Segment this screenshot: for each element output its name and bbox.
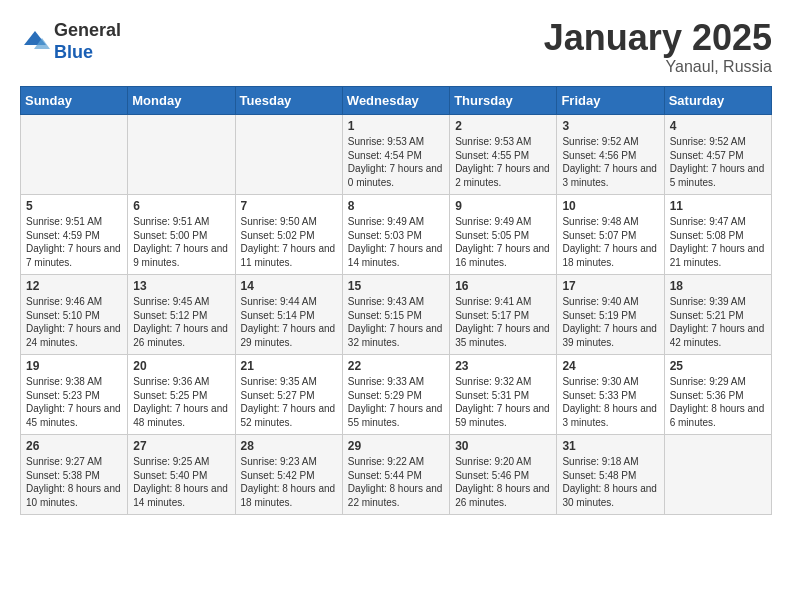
day-content: Sunrise: 9:47 AM Sunset: 5:08 PM Dayligh… bbox=[670, 215, 766, 269]
day-content: Sunrise: 9:30 AM Sunset: 5:33 PM Dayligh… bbox=[562, 375, 658, 429]
day-number: 16 bbox=[455, 279, 551, 293]
day-content: Sunrise: 9:48 AM Sunset: 5:07 PM Dayligh… bbox=[562, 215, 658, 269]
calendar-cell: 8Sunrise: 9:49 AM Sunset: 5:03 PM Daylig… bbox=[342, 195, 449, 275]
dow-header-friday: Friday bbox=[557, 87, 664, 115]
day-content: Sunrise: 9:53 AM Sunset: 4:54 PM Dayligh… bbox=[348, 135, 444, 189]
day-content: Sunrise: 9:25 AM Sunset: 5:40 PM Dayligh… bbox=[133, 455, 229, 509]
calendar-cell: 20Sunrise: 9:36 AM Sunset: 5:25 PM Dayli… bbox=[128, 355, 235, 435]
day-number: 8 bbox=[348, 199, 444, 213]
day-content: Sunrise: 9:52 AM Sunset: 4:56 PM Dayligh… bbox=[562, 135, 658, 189]
day-number: 5 bbox=[26, 199, 122, 213]
calendar-cell bbox=[235, 115, 342, 195]
calendar-cell: 21Sunrise: 9:35 AM Sunset: 5:27 PM Dayli… bbox=[235, 355, 342, 435]
calendar-cell: 26Sunrise: 9:27 AM Sunset: 5:38 PM Dayli… bbox=[21, 435, 128, 515]
day-content: Sunrise: 9:51 AM Sunset: 5:00 PM Dayligh… bbox=[133, 215, 229, 269]
day-content: Sunrise: 9:20 AM Sunset: 5:46 PM Dayligh… bbox=[455, 455, 551, 509]
calendar-cell: 19Sunrise: 9:38 AM Sunset: 5:23 PM Dayli… bbox=[21, 355, 128, 435]
day-number: 15 bbox=[348, 279, 444, 293]
day-number: 20 bbox=[133, 359, 229, 373]
calendar-cell: 3Sunrise: 9:52 AM Sunset: 4:56 PM Daylig… bbox=[557, 115, 664, 195]
dow-header-tuesday: Tuesday bbox=[235, 87, 342, 115]
calendar-cell: 10Sunrise: 9:48 AM Sunset: 5:07 PM Dayli… bbox=[557, 195, 664, 275]
calendar-cell: 24Sunrise: 9:30 AM Sunset: 5:33 PM Dayli… bbox=[557, 355, 664, 435]
day-number: 27 bbox=[133, 439, 229, 453]
calendar-cell: 14Sunrise: 9:44 AM Sunset: 5:14 PM Dayli… bbox=[235, 275, 342, 355]
day-number: 12 bbox=[26, 279, 122, 293]
day-number: 6 bbox=[133, 199, 229, 213]
calendar-cell bbox=[664, 435, 771, 515]
calendar-cell: 12Sunrise: 9:46 AM Sunset: 5:10 PM Dayli… bbox=[21, 275, 128, 355]
logo: General Blue bbox=[20, 20, 121, 63]
calendar-cell: 17Sunrise: 9:40 AM Sunset: 5:19 PM Dayli… bbox=[557, 275, 664, 355]
day-number: 24 bbox=[562, 359, 658, 373]
calendar-cell bbox=[21, 115, 128, 195]
day-number: 26 bbox=[26, 439, 122, 453]
day-number: 7 bbox=[241, 199, 337, 213]
logo-general: General bbox=[54, 20, 121, 42]
calendar-cell: 13Sunrise: 9:45 AM Sunset: 5:12 PM Dayli… bbox=[128, 275, 235, 355]
dow-header-wednesday: Wednesday bbox=[342, 87, 449, 115]
month-title: January 2025 bbox=[544, 20, 772, 56]
day-number: 2 bbox=[455, 119, 551, 133]
dow-header-thursday: Thursday bbox=[450, 87, 557, 115]
day-number: 31 bbox=[562, 439, 658, 453]
title-block: January 2025 Yanaul, Russia bbox=[544, 20, 772, 76]
calendar-cell: 9Sunrise: 9:49 AM Sunset: 5:05 PM Daylig… bbox=[450, 195, 557, 275]
calendar-cell: 18Sunrise: 9:39 AM Sunset: 5:21 PM Dayli… bbox=[664, 275, 771, 355]
day-content: Sunrise: 9:39 AM Sunset: 5:21 PM Dayligh… bbox=[670, 295, 766, 349]
dow-header-sunday: Sunday bbox=[21, 87, 128, 115]
day-content: Sunrise: 9:49 AM Sunset: 5:05 PM Dayligh… bbox=[455, 215, 551, 269]
day-content: Sunrise: 9:49 AM Sunset: 5:03 PM Dayligh… bbox=[348, 215, 444, 269]
day-content: Sunrise: 9:41 AM Sunset: 5:17 PM Dayligh… bbox=[455, 295, 551, 349]
day-content: Sunrise: 9:38 AM Sunset: 5:23 PM Dayligh… bbox=[26, 375, 122, 429]
calendar-table: SundayMondayTuesdayWednesdayThursdayFrid… bbox=[20, 86, 772, 515]
calendar-cell: 30Sunrise: 9:20 AM Sunset: 5:46 PM Dayli… bbox=[450, 435, 557, 515]
calendar-cell: 7Sunrise: 9:50 AM Sunset: 5:02 PM Daylig… bbox=[235, 195, 342, 275]
day-content: Sunrise: 9:45 AM Sunset: 5:12 PM Dayligh… bbox=[133, 295, 229, 349]
day-content: Sunrise: 9:53 AM Sunset: 4:55 PM Dayligh… bbox=[455, 135, 551, 189]
calendar-cell: 25Sunrise: 9:29 AM Sunset: 5:36 PM Dayli… bbox=[664, 355, 771, 435]
day-number: 23 bbox=[455, 359, 551, 373]
day-number: 21 bbox=[241, 359, 337, 373]
day-content: Sunrise: 9:44 AM Sunset: 5:14 PM Dayligh… bbox=[241, 295, 337, 349]
day-content: Sunrise: 9:23 AM Sunset: 5:42 PM Dayligh… bbox=[241, 455, 337, 509]
day-number: 25 bbox=[670, 359, 766, 373]
day-content: Sunrise: 9:52 AM Sunset: 4:57 PM Dayligh… bbox=[670, 135, 766, 189]
day-content: Sunrise: 9:27 AM Sunset: 5:38 PM Dayligh… bbox=[26, 455, 122, 509]
day-number: 11 bbox=[670, 199, 766, 213]
calendar-cell: 5Sunrise: 9:51 AM Sunset: 4:59 PM Daylig… bbox=[21, 195, 128, 275]
day-number: 10 bbox=[562, 199, 658, 213]
calendar-cell: 4Sunrise: 9:52 AM Sunset: 4:57 PM Daylig… bbox=[664, 115, 771, 195]
calendar-cell: 22Sunrise: 9:33 AM Sunset: 5:29 PM Dayli… bbox=[342, 355, 449, 435]
day-number: 17 bbox=[562, 279, 658, 293]
day-content: Sunrise: 9:18 AM Sunset: 5:48 PM Dayligh… bbox=[562, 455, 658, 509]
day-number: 18 bbox=[670, 279, 766, 293]
dow-header-monday: Monday bbox=[128, 87, 235, 115]
day-number: 14 bbox=[241, 279, 337, 293]
day-number: 9 bbox=[455, 199, 551, 213]
location-subtitle: Yanaul, Russia bbox=[544, 58, 772, 76]
calendar-cell: 31Sunrise: 9:18 AM Sunset: 5:48 PM Dayli… bbox=[557, 435, 664, 515]
day-number: 1 bbox=[348, 119, 444, 133]
calendar-cell: 23Sunrise: 9:32 AM Sunset: 5:31 PM Dayli… bbox=[450, 355, 557, 435]
calendar-cell: 16Sunrise: 9:41 AM Sunset: 5:17 PM Dayli… bbox=[450, 275, 557, 355]
day-content: Sunrise: 9:22 AM Sunset: 5:44 PM Dayligh… bbox=[348, 455, 444, 509]
day-content: Sunrise: 9:43 AM Sunset: 5:15 PM Dayligh… bbox=[348, 295, 444, 349]
calendar-cell: 29Sunrise: 9:22 AM Sunset: 5:44 PM Dayli… bbox=[342, 435, 449, 515]
logo-blue: Blue bbox=[54, 42, 121, 64]
logo-icon bbox=[20, 27, 50, 57]
day-number: 22 bbox=[348, 359, 444, 373]
calendar-cell: 1Sunrise: 9:53 AM Sunset: 4:54 PM Daylig… bbox=[342, 115, 449, 195]
calendar-cell bbox=[128, 115, 235, 195]
day-number: 3 bbox=[562, 119, 658, 133]
day-content: Sunrise: 9:46 AM Sunset: 5:10 PM Dayligh… bbox=[26, 295, 122, 349]
day-number: 19 bbox=[26, 359, 122, 373]
day-number: 13 bbox=[133, 279, 229, 293]
calendar-cell: 27Sunrise: 9:25 AM Sunset: 5:40 PM Dayli… bbox=[128, 435, 235, 515]
day-content: Sunrise: 9:36 AM Sunset: 5:25 PM Dayligh… bbox=[133, 375, 229, 429]
day-content: Sunrise: 9:50 AM Sunset: 5:02 PM Dayligh… bbox=[241, 215, 337, 269]
day-content: Sunrise: 9:29 AM Sunset: 5:36 PM Dayligh… bbox=[670, 375, 766, 429]
day-number: 29 bbox=[348, 439, 444, 453]
calendar-cell: 6Sunrise: 9:51 AM Sunset: 5:00 PM Daylig… bbox=[128, 195, 235, 275]
day-content: Sunrise: 9:33 AM Sunset: 5:29 PM Dayligh… bbox=[348, 375, 444, 429]
